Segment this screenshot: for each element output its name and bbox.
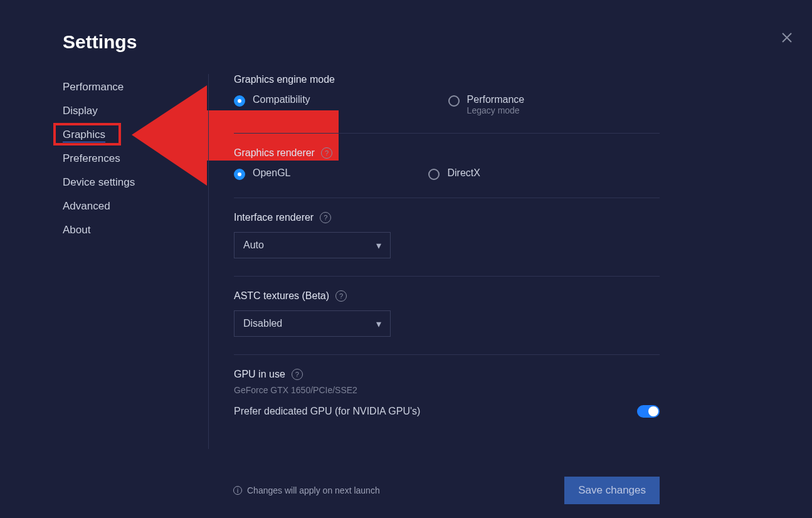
sidebar-item-preferences[interactable]: Preferences [63,147,207,171]
sidebar-item-advanced[interactable]: Advanced [63,194,207,218]
toggle-knob [648,406,658,416]
radio-icon [428,169,440,180]
chevron-down-icon: ▾ [376,240,381,251]
close-button[interactable] [781,31,793,46]
sidebar-item-display[interactable]: Display [63,99,207,123]
main-panel: Graphics engine mode Compatibility Perfo… [208,74,660,449]
footer-notice: Changes will apply on next launch [247,485,380,495]
radio-icon [234,169,245,180]
radio-sublabel: Legacy mode [467,105,525,115]
close-icon [781,31,793,44]
sidebar-item-performance[interactable]: Performance [63,75,207,99]
sidebar: Performance Display Graphics Preferences… [63,75,207,242]
select-value: Disabled [243,318,282,329]
help-icon[interactable]: ? [321,147,332,159]
radio-icon [234,95,245,107]
footer: i Changes will apply on next launch Save… [233,477,660,504]
section-engine-mode: Graphics engine mode Compatibility Perfo… [234,74,660,134]
help-icon[interactable]: ? [320,212,331,223]
help-icon[interactable]: ? [335,290,347,302]
help-icon[interactable]: ? [292,369,303,380]
info-icon: i [233,486,242,495]
chevron-down-icon: ▾ [376,318,381,330]
radio-opengl[interactable]: OpenGL [234,167,290,180]
section-graphics-renderer: Graphics renderer ? OpenGL DirectX [234,147,660,198]
radio-label: Compatibility [253,94,310,105]
toggle-label-dedicated-gpu: Prefer dedicated GPU (for NVIDIA GPU's) [234,406,420,417]
page-title: Settings [63,31,137,53]
section-title-graphics-renderer: Graphics renderer [234,147,315,159]
radio-performance[interactable]: Performance Legacy mode [448,94,525,115]
gpu-in-use-value: GeForce GTX 1650/PCIe/SSE2 [234,385,660,395]
radio-label: OpenGL [253,167,290,179]
select-value: Auto [243,240,264,251]
save-changes-button[interactable]: Save changes [564,477,660,504]
sidebar-item-graphics[interactable]: Graphics [63,123,207,147]
section-gpu: GPU in use ? GeForce GTX 1650/PCIe/SSE2 … [234,369,660,435]
radio-directx[interactable]: DirectX [428,167,480,180]
section-title-astc: ASTC textures (Beta) [234,290,329,302]
select-astc[interactable]: Disabled ▾ [234,310,391,337]
sidebar-item-about[interactable]: About [63,218,207,242]
section-title-engine-mode: Graphics engine mode [234,74,660,85]
section-title-gpu: GPU in use [234,369,285,380]
section-interface-renderer: Interface renderer ? Auto ▾ [234,212,660,277]
toggle-dedicated-gpu[interactable] [637,405,660,418]
section-astc: ASTC textures (Beta) ? Disabled ▾ [234,290,660,355]
section-title-interface-renderer: Interface renderer [234,212,314,223]
radio-label: DirectX [447,167,480,179]
radio-label: Performance [467,94,525,105]
select-interface-renderer[interactable]: Auto ▾ [234,232,391,258]
radio-compatibility[interactable]: Compatibility [234,94,310,115]
sidebar-item-device-settings[interactable]: Device settings [63,171,207,194]
radio-icon [448,95,460,107]
